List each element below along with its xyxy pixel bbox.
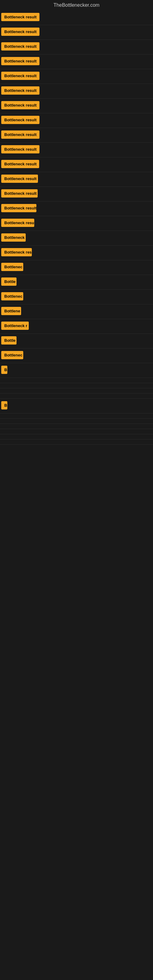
bottleneck-badge[interactable]: Bottle bbox=[1, 277, 16, 286]
list-item: Bottleneck res bbox=[0, 246, 153, 260]
bottleneck-badge[interactable]: Bottleneck bbox=[1, 233, 26, 242]
list-item: Bottleneck result bbox=[0, 25, 153, 40]
bottleneck-badge[interactable]: Bottleneck result bbox=[1, 57, 40, 65]
list-item bbox=[0, 424, 153, 429]
list-item bbox=[0, 414, 153, 418]
list-item: Bottleneck result bbox=[0, 99, 153, 113]
list-item: Bottleneck result bbox=[0, 172, 153, 187]
list-item: Bottleneck result bbox=[0, 202, 153, 216]
list-item: Bottleneck result bbox=[0, 143, 153, 158]
list-item bbox=[0, 383, 153, 388]
bottleneck-badge[interactable]: Bottleneck result bbox=[1, 160, 39, 168]
bottleneck-badge[interactable]: Bottleneck resu bbox=[1, 219, 34, 227]
list-item: Bottleneck result bbox=[0, 128, 153, 143]
bottleneck-badge[interactable]: Bottlenec bbox=[1, 263, 23, 271]
bottleneck-badge[interactable]: Bottlene bbox=[1, 307, 21, 315]
list-item bbox=[0, 378, 153, 383]
bottleneck-badge[interactable]: Bottleneck result bbox=[1, 116, 40, 124]
list-item: Bottle bbox=[0, 334, 153, 348]
bottleneck-badge[interactable]: Bottleneck result bbox=[1, 204, 37, 212]
bottleneck-badge[interactable]: Bottleneck result bbox=[1, 145, 40, 153]
bottleneck-badge[interactable]: Bottlenec bbox=[1, 292, 23, 301]
bottleneck-badge[interactable]: Bottleneck result bbox=[1, 189, 38, 197]
bottleneck-badge[interactable]: B bbox=[1, 366, 7, 374]
list-item bbox=[0, 418, 153, 424]
list-item: Bottlene bbox=[0, 304, 153, 319]
site-header: TheBottlenecker.com bbox=[0, 0, 153, 10]
list-item: Bottleneck result bbox=[0, 40, 153, 54]
list-item: Bottlenec bbox=[0, 290, 153, 304]
site-title: TheBottlenecker.com bbox=[54, 2, 99, 8]
list-item: Bottleneck result bbox=[0, 54, 153, 69]
bottleneck-badge[interactable]: Bottlenec bbox=[1, 351, 23, 359]
list-item: Bottleneck result bbox=[0, 10, 153, 25]
list-item bbox=[0, 434, 153, 439]
list-item: Bottleneck result bbox=[0, 187, 153, 202]
list-item: B bbox=[0, 399, 153, 414]
bottleneck-badge[interactable]: Bottle bbox=[1, 336, 16, 345]
bottleneck-badge[interactable]: Bottleneck result bbox=[1, 175, 38, 183]
bottleneck-badge[interactable]: Bottleneck result bbox=[1, 130, 40, 139]
bottleneck-badge[interactable]: Bottleneck result bbox=[1, 101, 40, 109]
list-item: Bottle bbox=[0, 275, 153, 290]
list-item bbox=[0, 388, 153, 393]
list-item: Bottleneck resu bbox=[0, 216, 153, 231]
list-item: Bottleneck result bbox=[0, 84, 153, 99]
list-item: Bottlenec bbox=[0, 348, 153, 363]
list-item bbox=[0, 439, 153, 445]
list-item: Bottleneck result bbox=[0, 69, 153, 84]
list-item bbox=[0, 393, 153, 399]
list-item: B bbox=[0, 363, 153, 378]
list-item bbox=[0, 429, 153, 434]
list-item: Bottleneck result bbox=[0, 113, 153, 128]
bottleneck-badge[interactable]: Bottleneck r bbox=[1, 321, 29, 330]
bottleneck-badge[interactable]: B bbox=[1, 401, 7, 409]
list-item: Bottleneck r bbox=[0, 319, 153, 334]
list-item: Bottlenec bbox=[0, 260, 153, 275]
bottleneck-badge[interactable]: Bottleneck result bbox=[1, 86, 40, 95]
bottleneck-badge[interactable]: Bottleneck result bbox=[1, 42, 40, 51]
bottleneck-badge[interactable]: Bottleneck result bbox=[1, 27, 40, 36]
list-item: Bottleneck bbox=[0, 231, 153, 246]
bottleneck-badge[interactable]: Bottleneck result bbox=[1, 72, 40, 80]
bottleneck-badge[interactable]: Bottleneck result bbox=[1, 13, 40, 21]
list-item: Bottleneck result bbox=[0, 158, 153, 172]
bottleneck-badge[interactable]: Bottleneck res bbox=[1, 248, 32, 256]
